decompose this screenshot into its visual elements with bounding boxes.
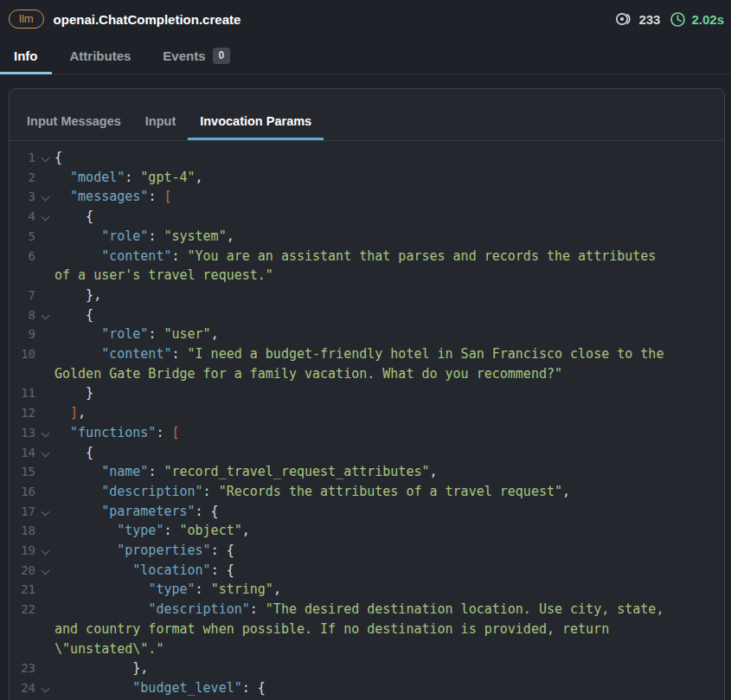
fold-chevron-icon[interactable]: [35, 561, 55, 581]
fold-chevron-icon[interactable]: [35, 541, 55, 561]
code-line-row: 6 "content": "You are an assistant that …: [10, 247, 724, 267]
line-number: 19: [10, 541, 35, 561]
line-number: 21: [10, 580, 35, 600]
fold-chevron-icon[interactable]: [35, 423, 55, 443]
code-line-row: 22 "description": "The desired destinati…: [10, 600, 724, 620]
code-line-content: "messages": [: [55, 187, 724, 207]
tab-events[interactable]: Events 0: [149, 38, 244, 74]
span-header: llm openai.ChatCompletion.create 233 2.0…: [0, 0, 731, 38]
llm-span-card: Input Messages Input Invocation Params 1…: [9, 88, 725, 700]
code-line-row: Golden Gate Bridge for a family vacation…: [10, 364, 724, 384]
code-line-row: of a user's travel request.": [10, 266, 724, 286]
code-line-row: 7 },: [10, 286, 724, 305]
code-gutter: 4: [10, 207, 55, 227]
fold-chevron-icon[interactable]: [35, 207, 55, 227]
line-number: 15: [10, 462, 35, 482]
line-number: 1: [10, 148, 35, 168]
fold-spacer: [35, 521, 55, 541]
code-line-content: "model": "gpt-4",: [55, 168, 724, 188]
code-gutter: 11: [10, 383, 55, 403]
code-line-content: "type": "object",: [55, 521, 724, 541]
code-gutter: 3: [10, 187, 55, 207]
fold-chevron-icon[interactable]: [35, 148, 55, 168]
code-gutter: 23: [10, 658, 55, 678]
tab-input-messages-label: Input Messages: [27, 114, 121, 128]
tab-input[interactable]: Input: [133, 102, 188, 140]
fold-spacer: [35, 600, 55, 620]
line-number: 8: [10, 305, 35, 325]
fold-spacer: [35, 482, 55, 502]
clock-icon: [670, 11, 686, 28]
fold-chevron-icon[interactable]: [35, 678, 55, 698]
fold-spacer: [35, 639, 55, 659]
tab-invocation-params[interactable]: Invocation Params: [188, 102, 324, 140]
code-gutter: 17: [10, 502, 55, 522]
code-line-row: 23 },: [10, 658, 724, 678]
code-line-row: 1{: [10, 148, 724, 168]
tab-attributes[interactable]: Attributes: [56, 38, 145, 74]
code-line-row: 3 "messages": [: [10, 187, 724, 207]
code-gutter: 15: [10, 462, 55, 482]
line-number: 16: [10, 482, 35, 502]
code-gutter: 12: [10, 403, 55, 423]
fold-chevron-icon[interactable]: [35, 187, 55, 207]
code-line-row: 13 "functions": [: [10, 423, 724, 443]
code-line-row: 21 "type": "string",: [10, 580, 724, 600]
fold-spacer: [35, 247, 55, 267]
code-gutter: 16: [10, 482, 55, 502]
code-gutter: 21: [10, 580, 55, 600]
line-number: 2: [10, 168, 35, 188]
code-line-content: }: [55, 383, 724, 403]
code-line-content: },: [55, 286, 724, 305]
code-block[interactable]: 1{2 "model": "gpt-4",3 "messages": [4 {5…: [10, 141, 724, 698]
code-line-content: "description": "Records the attributes o…: [55, 482, 724, 502]
code-gutter: 13: [10, 423, 55, 443]
code-gutter: 2: [10, 168, 55, 188]
code-line-row: 4 {: [10, 207, 724, 227]
code-line-row: 9 "role": "user",: [10, 324, 724, 344]
tab-input-messages[interactable]: Input Messages: [15, 102, 133, 140]
code-line-row: 15 "name": "record_travel_request_attrib…: [10, 462, 724, 482]
fold-spacer: [35, 403, 55, 423]
code-gutter: 1: [10, 148, 55, 168]
code-gutter: 19: [10, 541, 55, 561]
code-gutter: 20: [10, 561, 55, 581]
code-line-row: 17 "parameters": {: [10, 502, 724, 522]
fold-chevron-icon[interactable]: [35, 443, 55, 463]
code-gutter: 22: [10, 600, 55, 620]
fold-chevron-icon[interactable]: [35, 502, 55, 522]
tab-info[interactable]: Info: [0, 38, 52, 74]
code-gutter: [10, 364, 55, 384]
token-count-metric: 233: [615, 11, 660, 27]
fold-spacer: [35, 168, 55, 188]
tab-input-label: Input: [145, 114, 176, 128]
code-line-row: 12 ],: [10, 403, 724, 423]
code-line-row: and country format when possible. If no …: [10, 620, 724, 639]
fold-spacer: [35, 383, 55, 403]
code-line-content: "content": "I need a budget-friendly hot…: [55, 344, 724, 364]
code-gutter: 7: [10, 286, 55, 305]
code-line-row: 16 "description": "Records the attribute…: [10, 482, 724, 502]
tokens-icon: [615, 11, 633, 27]
line-number: 6: [10, 247, 35, 267]
fold-spacer: [35, 286, 55, 305]
code-line-row: 8 {: [10, 305, 724, 325]
line-number: [10, 266, 35, 286]
fold-chevron-icon[interactable]: [35, 305, 55, 325]
fold-spacer: [35, 364, 55, 384]
code-line-content: "parameters": {: [55, 502, 724, 522]
latency-metric: 2.02s: [670, 11, 724, 28]
code-line-content: "type": "string",: [55, 580, 724, 600]
tab-attributes-label: Attributes: [70, 48, 131, 63]
code-line-content: of a user's travel request.": [55, 266, 724, 286]
code-gutter: 6: [10, 247, 55, 267]
code-line-row: 2 "model": "gpt-4",: [10, 168, 724, 188]
code-line-content: "budget_level": {: [55, 678, 724, 698]
line-number: 7: [10, 286, 35, 305]
fold-spacer: [35, 266, 55, 286]
code-gutter: 14: [10, 443, 55, 463]
code-gutter: 10: [10, 344, 55, 364]
line-number: 10: [10, 344, 35, 364]
code-gutter: 5: [10, 227, 55, 247]
tab-events-label: Events: [163, 48, 205, 63]
